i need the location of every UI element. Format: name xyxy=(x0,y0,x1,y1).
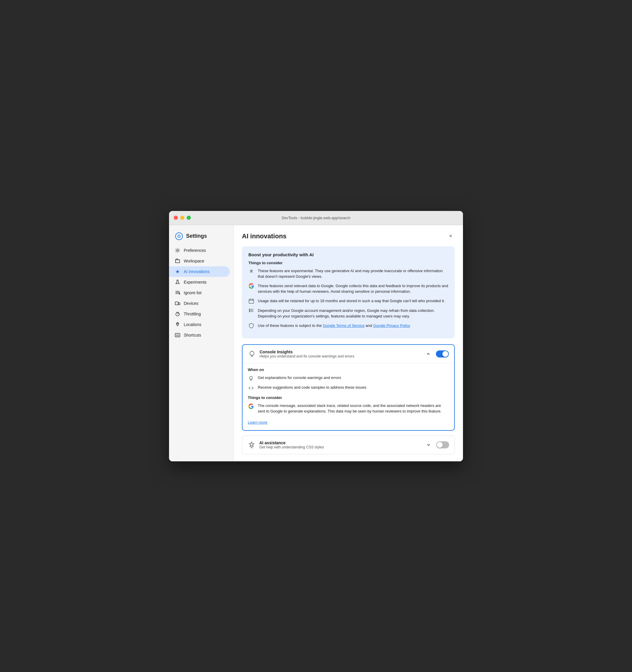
when-on-item-2: Receive suggestions and code samples to … xyxy=(248,385,449,391)
info-item-2-text: These features send relevant data to Goo… xyxy=(258,283,448,294)
when-on-title: When on xyxy=(248,367,449,372)
sidebar-item-preferences-label: Preferences xyxy=(184,248,206,253)
svg-point-28 xyxy=(250,351,254,355)
info-item-5: Use of these features is subject to the … xyxy=(248,323,448,329)
shortcuts-icon xyxy=(175,333,180,338)
things-item-1: The console message, associated stack tr… xyxy=(248,403,449,414)
google-privacy-link[interactable]: Google Privacy Policy xyxy=(373,323,410,328)
settings-logo-icon xyxy=(175,232,183,240)
svg-rect-9 xyxy=(175,302,178,305)
ai-assistance-controls xyxy=(425,441,449,449)
sidebar-item-experiments[interactable]: Experiments xyxy=(169,277,230,287)
svg-rect-27 xyxy=(249,311,250,312)
maximize-traffic-light[interactable] xyxy=(187,216,191,220)
calendar-icon xyxy=(248,298,254,304)
preferences-icon xyxy=(175,248,180,253)
sidebar-item-devices[interactable]: Devices xyxy=(169,298,230,309)
throttling-icon xyxy=(175,311,180,317)
console-insights-icon xyxy=(248,350,256,358)
ai-assistance-desc: Get help with understanding CSS styles xyxy=(259,445,421,449)
sidebar-item-shortcuts-label: Shortcuts xyxy=(184,333,201,337)
devtools-window: DevTools - bubble-jingle.web.app/search … xyxy=(169,211,463,461)
experiments-icon xyxy=(175,280,180,285)
ai-assistance-header: AI assistance Get help with understandin… xyxy=(242,436,454,454)
google-icon-1 xyxy=(248,283,254,289)
sidebar-item-ai-innovations-label: AI innovations xyxy=(184,269,209,274)
info-card: Boost your productivity with AI Things t… xyxy=(242,246,455,338)
console-insights-card: Console Insights Helps you understand an… xyxy=(242,344,455,431)
console-insights-info: Console Insights Helps you understand an… xyxy=(259,350,421,358)
shield-icon xyxy=(248,323,254,329)
close-button[interactable]: × xyxy=(447,232,455,240)
google-icon-2 xyxy=(248,403,254,410)
things-item-1-text: The console message, associated stack tr… xyxy=(258,403,449,414)
info-item-3: Usage data will be retained for up to 18… xyxy=(248,298,448,304)
google-tos-link[interactable]: Google Terms of Service xyxy=(323,323,364,328)
ai-assistance-name: AI assistance xyxy=(259,440,421,445)
devices-icon xyxy=(175,301,180,306)
sidebar-item-ignore-list[interactable]: Ignore list xyxy=(169,287,230,298)
content-area: Settings Preferences xyxy=(169,225,463,461)
window-title: DevTools - bubble-jingle.web.app/search xyxy=(282,216,350,220)
info-item-1: These features are experimental. They us… xyxy=(248,268,448,280)
info-item-1-text: These features are experimental. They us… xyxy=(258,268,448,280)
sidebar-item-preferences[interactable]: Preferences xyxy=(169,245,230,256)
svg-rect-18 xyxy=(249,299,254,303)
sidebar: Settings Preferences xyxy=(169,225,234,461)
traffic-lights xyxy=(174,216,191,220)
sidebar-item-shortcuts[interactable]: Shortcuts xyxy=(169,330,230,340)
code-brackets-icon xyxy=(248,385,254,391)
ai-assistance-chevron[interactable] xyxy=(425,441,433,449)
titlebar: DevTools - bubble-jingle.web.app/search xyxy=(169,211,463,225)
info-item-4: Depending on your Google account managem… xyxy=(248,308,448,319)
sidebar-item-workspace[interactable]: Workspace xyxy=(169,256,230,266)
info-card-things-title: Things to consider xyxy=(248,261,448,265)
info-item-4-text: Depending on your Google account managem… xyxy=(258,308,448,319)
page-title: AI innovations xyxy=(242,233,286,240)
info-item-3-text: Usage data will be retained for up to 18… xyxy=(258,298,445,304)
svg-rect-13 xyxy=(175,333,180,337)
ai-innovations-icon xyxy=(175,269,180,274)
sidebar-item-ignore-list-label: Ignore list xyxy=(184,290,202,295)
minimize-traffic-light[interactable] xyxy=(180,216,184,220)
console-insights-controls xyxy=(424,350,449,358)
close-traffic-light[interactable] xyxy=(174,216,178,220)
locations-icon xyxy=(175,322,180,327)
ai-assistance-card: AI assistance Get help with understandin… xyxy=(242,435,455,454)
when-on-item-1-text: Get explanations for console warnings an… xyxy=(258,375,341,381)
console-insights-header: Console Insights Helps you understand an… xyxy=(243,345,454,363)
console-insights-desc: Helps you understand and fix console war… xyxy=(259,354,421,358)
lightbulb-icon xyxy=(248,375,254,382)
sidebar-item-ai-innovations[interactable]: AI innovations xyxy=(169,266,230,277)
sidebar-item-locations[interactable]: Locations xyxy=(169,319,230,330)
console-insights-toggle[interactable] xyxy=(436,351,449,358)
console-insights-expanded: When on Get explanations for console war… xyxy=(243,363,454,430)
console-insights-name: Console Insights xyxy=(259,350,421,354)
svg-point-2 xyxy=(178,235,180,237)
main-content: AI innovations × Boost your productivity… xyxy=(234,225,463,461)
info-item-5-text: Use of these features is subject to the … xyxy=(258,323,410,329)
console-insights-chevron[interactable] xyxy=(424,350,432,358)
sidebar-header: Settings xyxy=(169,230,233,245)
svg-point-12 xyxy=(177,323,178,324)
info-item-2: These features send relevant data to Goo… xyxy=(248,283,448,294)
main-header: AI innovations × xyxy=(242,232,455,240)
sidebar-item-experiments-label: Experiments xyxy=(184,280,207,285)
sidebar-item-devices-label: Devices xyxy=(184,301,198,306)
ignore-list-icon xyxy=(175,290,180,295)
sidebar-title: Settings xyxy=(186,233,207,239)
sidebar-item-throttling-label: Throttling xyxy=(184,312,201,316)
when-on-item-1: Get explanations for console warnings an… xyxy=(248,375,449,382)
sidebar-item-throttling[interactable]: Throttling xyxy=(169,309,230,319)
sidebar-item-locations-label: Locations xyxy=(184,322,201,327)
when-on-item-2-text: Receive suggestions and code samples to … xyxy=(258,385,366,390)
ai-assistance-toggle[interactable] xyxy=(436,441,449,448)
svg-rect-25 xyxy=(249,309,250,310)
svg-rect-26 xyxy=(249,310,250,311)
workspace-icon xyxy=(175,258,180,264)
sidebar-item-workspace-label: Workspace xyxy=(184,259,204,263)
svg-point-3 xyxy=(177,249,178,251)
ai-assistance-icon xyxy=(248,441,256,449)
sparkle-sm-icon xyxy=(248,268,254,274)
learn-more-link[interactable]: Learn more xyxy=(248,420,267,425)
